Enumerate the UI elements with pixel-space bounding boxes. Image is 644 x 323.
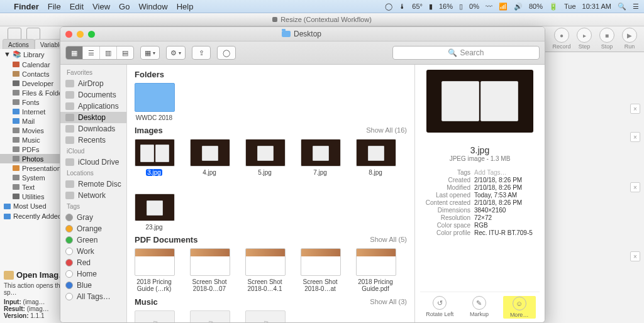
action-menu-button[interactable]: ⚙ ▾ [166,46,186,60]
library-item-developer[interactable]: Developer [0,79,67,88]
library-item-fonts[interactable]: Fonts [0,97,67,107]
sidebar-tag-home[interactable]: Home [60,268,126,280]
menu-view[interactable]: View [92,2,110,11]
menubar-search-icon[interactable]: 🔍 [618,3,626,11]
library-root[interactable]: ▼ 📚 Library [0,49,67,60]
file-item[interactable]: 8.jpg [356,139,395,178]
view-icon-button[interactable]: ▦ [66,47,83,59]
library-most-used[interactable]: Most Used [0,201,67,211]
file-item[interactable]: 3.jpg [135,139,174,178]
file-item[interactable]: 23.jpg [135,194,174,231]
section-folders-title: Folders [135,70,164,79]
file-item[interactable]: 5.jpg [245,139,284,178]
sidebar-item-downloads[interactable]: Downloads [60,123,126,134]
file-item[interactable]: WWDC 2018 [135,83,174,122]
file-item[interactable]: 4.jpg [190,139,229,178]
library-item-music[interactable]: Music [0,135,67,145]
menubar-volume-icon[interactable]: 🔊 [514,3,523,11]
sidebar-tag-work[interactable]: Work [60,246,126,257]
minimize-window-button[interactable] [77,31,84,38]
menubar-battery2-icon[interactable]: ▯ [459,3,463,11]
library-item-movies[interactable]: Movies [0,126,67,135]
folder-icon [65,125,74,133]
menu-file[interactable]: File [48,2,61,11]
sidebar-item-applications[interactable]: Applications [60,101,126,112]
sidebar-item-recents[interactable]: Recents [60,134,126,146]
library-item-mail[interactable]: Mail [0,116,67,126]
sidebar-tag-red[interactable]: Red [60,257,126,268]
sidebar-item-desktop[interactable]: Desktop [60,112,126,123]
library-item-internet[interactable]: Internet [0,107,67,116]
file-item[interactable]: ♫Walk down the … [190,310,229,323]
preview-action-markup[interactable]: ✎Markup [464,296,495,319]
close-window-button[interactable] [65,31,72,38]
show-all-pdfs[interactable]: Show All (5) [370,236,407,243]
workflow-action-close-1[interactable]: × [630,104,640,114]
preview-action-more-[interactable]: ☺More… [503,296,536,319]
show-all-images[interactable]: Show All (16) [366,126,407,134]
automator-record-button[interactable]: ●Record [552,28,571,50]
file-item[interactable]: Screen Shot 2018-0…at 4.1.pdf [301,248,340,293]
sidebar-tag-blue[interactable]: Blue [60,280,126,291]
category-icon [13,62,19,67]
view-column-button[interactable]: ▥ [100,47,117,59]
library-item-utilities[interactable]: Utilities [0,192,67,201]
finder-content[interactable]: Folders WWDC 2018 ImagesShow All (16) 3.… [127,65,414,322]
automator-run-button[interactable]: ▶Run [620,28,639,50]
preview-image[interactable] [426,70,533,133]
workflow-action-close-2[interactable]: × [630,132,640,142]
share-button[interactable]: ⇪ [192,46,211,60]
file-item[interactable]: ♫bridesmaid [245,310,284,323]
sidebar-tag-green[interactable]: Green [60,234,126,246]
view-list-button[interactable]: ☰ [83,47,100,59]
library-item-system[interactable]: System [0,173,67,182]
menubar-wifi-icon[interactable]: 📶 [499,3,508,11]
preview-action-rotate-left[interactable]: ↺Rotate Left [424,296,455,319]
file-item[interactable]: ♫First Dance.mp3 [135,310,174,323]
library-item-photos[interactable]: Photos [0,154,67,163]
search-input[interactable]: 🔍Search [392,46,540,60]
sidebar-item-icloud-drive[interactable]: iCloud Drive [60,156,126,168]
file-item[interactable]: 7.jpg [301,139,340,178]
menubar-activity-icon[interactable]: 〰 [486,3,492,10]
zoom-window-button[interactable] [88,31,95,38]
menubar-battery1-icon[interactable]: ▮ [429,3,433,11]
sidebar-item-airdrop[interactable]: AirDrop [60,78,126,89]
sidebar-item-network[interactable]: Network [60,190,126,201]
library-recently-added[interactable]: Recently Added [0,211,67,221]
menu-help[interactable]: Help [177,2,194,11]
library-item-contacts[interactable]: Contacts [0,69,67,79]
file-item[interactable]: Screen Shot 2018-0…4.1 2.pdf [245,248,284,293]
show-all-music[interactable]: Show All (3) [370,298,407,305]
sidebar-tag-all-tags-[interactable]: All Tags… [60,291,126,302]
automator-step-button[interactable]: ▸Step [575,28,594,50]
menubar-extra-icon[interactable]: ◯ [385,3,392,11]
menubar-notification-icon[interactable]: ☰ [633,3,639,11]
workflow-action-close-4[interactable]: × [630,251,640,261]
sidebar-item-documents[interactable]: Documents [60,89,126,101]
automator-stop-button: ■Stop [597,28,616,50]
sidebar-tag-orange[interactable]: Orange [60,223,126,234]
arrange-by-button[interactable]: ▦ ▾ [140,46,160,60]
menubar-battery3-icon[interactable]: 🔋 [549,3,558,11]
file-item[interactable]: 2018 Pricing Guide.pdf [356,248,395,293]
library-item-files-folders[interactable]: Files & Folders [0,88,67,97]
sidebar-tag-gray[interactable]: Gray [60,212,126,223]
library-item-pdfs[interactable]: PDFs [0,145,67,154]
library-item-presentations[interactable]: Presentations [0,163,67,173]
sidebar-item-remote-disc[interactable]: Remote Disc [60,178,126,190]
workflow-action-close-3[interactable]: × [630,182,640,192]
app-name[interactable]: Finder [14,2,39,11]
menubar-temp-icon[interactable]: 🌡 [399,3,406,10]
library-item-text[interactable]: Text [0,182,67,192]
view-gallery-button[interactable]: ▤ [117,47,133,59]
menu-edit[interactable]: Edit [70,2,84,11]
preview-row[interactable]: TagsAdd Tags… [420,168,540,176]
file-item[interactable]: 2018 Pricing Guide (…rk) 5.pdf [135,248,174,293]
library-item-calendar[interactable]: Calendar [0,60,67,69]
file-item[interactable]: Screen Shot 2018-0…07 at .pdf [190,248,229,293]
finder-titlebar[interactable]: Desktop [60,27,545,41]
tags-button[interactable]: ◯ [217,46,236,60]
menu-window[interactable]: Window [138,2,167,11]
menu-go[interactable]: Go [119,2,130,11]
